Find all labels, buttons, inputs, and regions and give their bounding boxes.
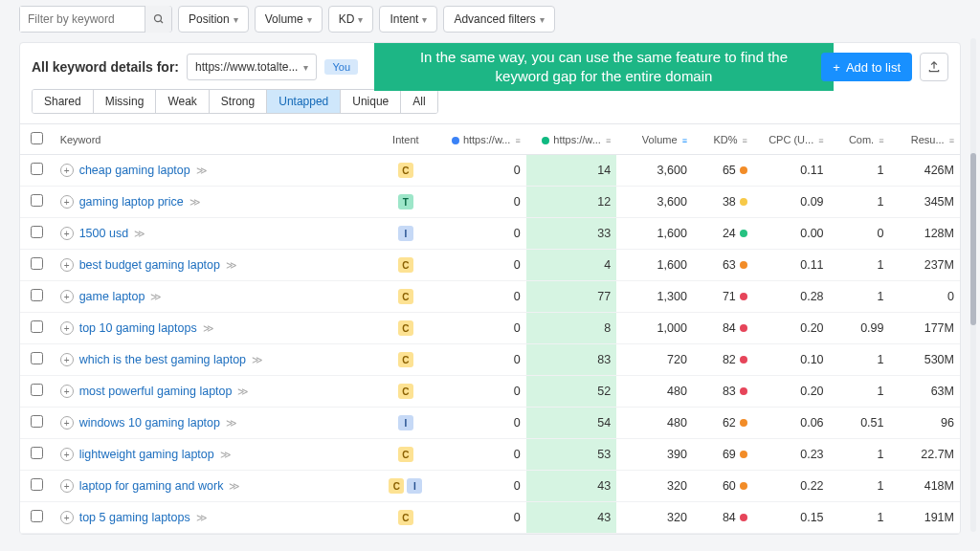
keyword-link[interactable]: +best budget gaming laptop≫ xyxy=(60,258,237,272)
keyword-link[interactable]: +top 10 gaming laptops≫ xyxy=(60,321,214,335)
expand-icon[interactable]: + xyxy=(60,385,74,398)
col-keyword[interactable]: Keyword xyxy=(55,124,376,155)
row-checkbox[interactable] xyxy=(31,510,43,522)
intent-badge: I xyxy=(398,226,413,241)
cell: 62 xyxy=(693,408,753,439)
col-volume[interactable]: Volume ≡ xyxy=(616,124,693,155)
row-checkbox[interactable] xyxy=(31,447,43,459)
tab-missing[interactable]: Missing xyxy=(94,90,157,113)
expand-icon[interactable]: + xyxy=(60,227,74,240)
expand-icon[interactable]: + xyxy=(60,321,74,335)
filter-intent[interactable]: Intent▾ xyxy=(379,6,437,33)
col-com[interactable]: Com. ≡ xyxy=(830,124,890,155)
keyword-link[interactable]: +which is the best gaming laptop≫ xyxy=(60,353,263,366)
filter-advanced[interactable]: Advanced filters▾ xyxy=(443,6,554,33)
expand-icon[interactable]: + xyxy=(60,258,74,272)
cell: 63 xyxy=(693,250,753,281)
keyword-link[interactable]: +lightweight gaming laptop≫ xyxy=(60,448,232,461)
cell: 0 xyxy=(435,313,525,344)
tab-weak[interactable]: Weak xyxy=(156,90,209,113)
keyword-link[interactable]: +laptop for gaming and work≫ xyxy=(60,479,241,493)
intent-badge: C xyxy=(398,352,413,367)
tab-shared[interactable]: Shared xyxy=(33,90,94,113)
expand-icon[interactable]: + xyxy=(60,479,74,493)
row-checkbox[interactable] xyxy=(31,478,43,491)
row-checkbox[interactable] xyxy=(31,384,43,396)
tab-strong[interactable]: Strong xyxy=(210,90,267,113)
kd-dot-icon xyxy=(740,166,747,174)
keyword-link[interactable]: +game laptop≫ xyxy=(60,290,163,303)
add-to-list-button[interactable]: +Add to list xyxy=(821,53,912,81)
col-domain1[interactable]: https://w... ≡ xyxy=(435,124,525,155)
expand-icon[interactable]: + xyxy=(60,164,74,177)
keyword-link[interactable]: +most powerful gaming laptop≫ xyxy=(60,385,250,398)
col-domain2[interactable]: https://w... ≡ xyxy=(526,124,616,155)
keyword-filter-input[interactable] xyxy=(20,7,145,32)
cell: 1 xyxy=(830,250,890,281)
domain-dropdown[interactable]: https://www.totalte...▾ xyxy=(187,54,317,80)
intent-badge: C xyxy=(389,478,404,494)
row-checkbox[interactable] xyxy=(31,257,43,270)
tab-all[interactable]: All xyxy=(401,90,436,113)
row-checkbox[interactable] xyxy=(31,415,43,428)
plus-icon: + xyxy=(833,60,840,75)
expand-icon[interactable]: + xyxy=(60,195,74,209)
chevron-down-icon: ▾ xyxy=(303,62,308,73)
cell: 0 xyxy=(435,187,525,218)
cell: 1 xyxy=(830,155,890,187)
expand-icon[interactable]: + xyxy=(60,511,74,524)
cell: 345M xyxy=(890,187,961,218)
filter-volume[interactable]: Volume▾ xyxy=(255,6,323,33)
cell: 480 xyxy=(616,376,693,408)
cell: 84 xyxy=(693,502,753,534)
select-all-checkbox[interactable] xyxy=(31,132,43,144)
keyword-link[interactable]: +1500 usd≫ xyxy=(60,227,145,240)
keyword-link[interactable]: +cheap gaming laptop≫ xyxy=(60,164,208,177)
filter-position[interactable]: Position▾ xyxy=(178,6,249,33)
table-row: +lightweight gaming laptop≫C053390690.23… xyxy=(20,439,960,471)
cell: 0.20 xyxy=(753,313,830,344)
table-row: +game laptop≫C0771,300710.2810 xyxy=(20,281,960,313)
expand-icon[interactable]: + xyxy=(60,416,74,430)
angles-icon: ≫ xyxy=(252,354,263,366)
export-button[interactable] xyxy=(920,53,948,81)
col-intent[interactable]: Intent xyxy=(375,124,435,155)
expand-icon[interactable]: + xyxy=(60,290,74,303)
table-row: +laptop for gaming and work≫CI043320600.… xyxy=(20,471,960,502)
col-results[interactable]: Resu... ≡ xyxy=(890,124,961,155)
scrollbar-track[interactable] xyxy=(970,38,976,532)
keyword-link[interactable]: +windows 10 gaming laptop≫ xyxy=(60,416,237,430)
cell: 0 xyxy=(435,471,525,502)
search-icon[interactable] xyxy=(145,6,171,33)
keywords-table: Keyword Intent https://w... ≡ https://w.… xyxy=(20,123,960,534)
cell: 0.09 xyxy=(753,187,830,218)
cell: 1 xyxy=(830,187,890,218)
row-checkbox[interactable] xyxy=(31,163,43,175)
cell: 43 xyxy=(526,502,616,534)
table-row: +most powerful gaming laptop≫C052480830.… xyxy=(20,376,960,408)
you-badge: You xyxy=(324,59,358,75)
cell: 0.51 xyxy=(830,408,890,439)
cell: 128M xyxy=(890,218,961,250)
cell: 0 xyxy=(435,439,525,471)
expand-icon[interactable]: + xyxy=(60,353,74,366)
tab-unique[interactable]: Unique xyxy=(341,90,401,113)
row-checkbox[interactable] xyxy=(31,352,43,364)
row-checkbox[interactable] xyxy=(31,226,43,238)
tab-untapped[interactable]: Untapped xyxy=(267,90,341,113)
row-checkbox[interactable] xyxy=(31,194,43,207)
cell: 191M xyxy=(890,502,961,534)
cell: 38 xyxy=(693,187,753,218)
col-cpc[interactable]: CPC (U... ≡ xyxy=(753,124,830,155)
cell: 480 xyxy=(616,408,693,439)
chevron-down-icon: ▾ xyxy=(358,14,363,25)
row-checkbox[interactable] xyxy=(31,289,43,301)
filter-kd[interactable]: KD▾ xyxy=(328,6,374,33)
col-kd[interactable]: KD% ≡ xyxy=(693,124,753,155)
keyword-link[interactable]: +top 5 gaming laptops≫ xyxy=(60,511,208,524)
keyword-link[interactable]: +gaming laptop price≫ xyxy=(60,195,201,209)
kd-dot-icon xyxy=(740,293,747,300)
row-checkbox[interactable] xyxy=(31,320,43,333)
scrollbar-thumb[interactable] xyxy=(970,153,976,325)
expand-icon[interactable]: + xyxy=(60,448,74,461)
